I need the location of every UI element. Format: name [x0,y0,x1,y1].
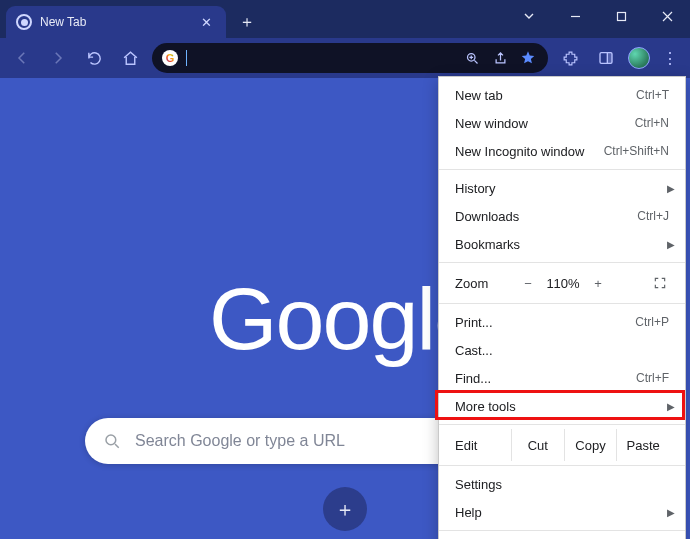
svg-point-4 [106,435,116,445]
maximize-button[interactable] [598,0,644,32]
menu-exit[interactable]: Exit [439,535,685,539]
submenu-arrow-icon: ▶ [667,401,675,412]
menu-separator [439,530,685,531]
menu-label: Help [455,505,482,520]
menu-print[interactable]: Print... Ctrl+P [439,308,685,336]
omnibox[interactable]: G [152,43,548,73]
menu-label: New tab [455,88,503,103]
add-shortcut-button[interactable]: ＋ [323,487,367,531]
menu-label: New window [455,116,528,131]
reload-button[interactable] [80,44,108,72]
menu-cast[interactable]: Cast... [439,336,685,364]
caption-dropdown-icon[interactable] [506,0,552,32]
home-button[interactable] [116,44,144,72]
menu-shortcut: Ctrl+Shift+N [604,144,669,158]
text-cursor [186,50,187,66]
menu-separator [439,303,685,304]
menu-label: New Incognito window [455,144,584,159]
google-search-icon: G [162,50,178,66]
share-icon[interactable] [490,51,510,66]
menu-help[interactable]: Help ▶ [439,498,685,526]
extensions-icon[interactable] [556,44,584,72]
menu-shortcut: Ctrl+P [635,315,669,329]
close-window-button[interactable] [644,0,690,32]
zoom-indicator-icon[interactable] [462,51,482,66]
svg-rect-3 [607,53,612,64]
menu-label: History [455,181,495,196]
window-controls [506,0,690,32]
menu-label: Downloads [455,209,519,224]
menu-shortcut: Ctrl+F [636,371,669,385]
back-button[interactable] [8,44,36,72]
menu-find[interactable]: Find... Ctrl+F [439,364,685,392]
zoom-out-button[interactable]: − [515,276,541,291]
submenu-arrow-icon: ▶ [667,507,675,518]
svg-rect-0 [617,12,625,20]
menu-label: Bookmarks [455,237,520,252]
submenu-arrow-icon: ▶ [667,239,675,250]
menu-shortcut: Ctrl+T [636,88,669,102]
menu-edit-row: Edit Cut Copy Paste [439,429,685,461]
chrome-menu-button[interactable]: ⋮ [658,43,682,73]
new-tab-button[interactable]: ＋ [234,9,260,35]
zoom-in-button[interactable]: + [585,276,611,291]
menu-separator [439,465,685,466]
menu-incognito[interactable]: New Incognito window Ctrl+Shift+N [439,137,685,165]
cut-button[interactable]: Cut [511,429,564,461]
menu-shortcut: Ctrl+N [635,116,669,130]
menu-zoom-row: Zoom − 110% + [439,267,685,299]
profile-avatar[interactable] [628,47,650,69]
menu-bookmarks[interactable]: Bookmarks ▶ [439,230,685,258]
copy-button[interactable]: Copy [564,429,617,461]
menu-separator [439,169,685,170]
edit-label: Edit [455,438,511,453]
menu-new-tab[interactable]: New tab Ctrl+T [439,81,685,109]
tab-title: New Tab [40,15,86,29]
fullscreen-icon[interactable] [651,274,669,292]
menu-label: Settings [455,477,502,492]
menu-label: Find... [455,371,491,386]
zoom-value: 110% [541,276,585,291]
titlebar: New Tab ✕ ＋ [0,0,690,38]
submenu-arrow-icon: ▶ [667,183,675,194]
chrome-favicon-icon [16,14,32,30]
menu-separator [439,262,685,263]
toolbar: G ⋮ [0,38,690,78]
chrome-menu: New tab Ctrl+T New window Ctrl+N New Inc… [438,76,686,539]
menu-downloads[interactable]: Downloads Ctrl+J [439,202,685,230]
minimize-button[interactable] [552,0,598,32]
bookmark-star-icon[interactable] [518,50,538,66]
menu-new-window[interactable]: New window Ctrl+N [439,109,685,137]
menu-settings[interactable]: Settings [439,470,685,498]
side-panel-icon[interactable] [592,44,620,72]
menu-shortcut: Ctrl+J [637,209,669,223]
browser-tab[interactable]: New Tab ✕ [6,6,226,38]
zoom-label: Zoom [455,276,515,291]
forward-button[interactable] [44,44,72,72]
search-placeholder: Search Google or type a URL [135,432,345,450]
menu-history[interactable]: History ▶ [439,174,685,202]
menu-label: Cast... [455,343,493,358]
menu-separator [439,424,685,425]
menu-label: Print... [455,315,493,330]
menu-label: More tools [455,399,516,414]
paste-button[interactable]: Paste [616,429,669,461]
menu-more-tools[interactable]: More tools ▶ [439,392,685,420]
search-icon [103,432,121,450]
close-tab-icon[interactable]: ✕ [197,15,216,30]
